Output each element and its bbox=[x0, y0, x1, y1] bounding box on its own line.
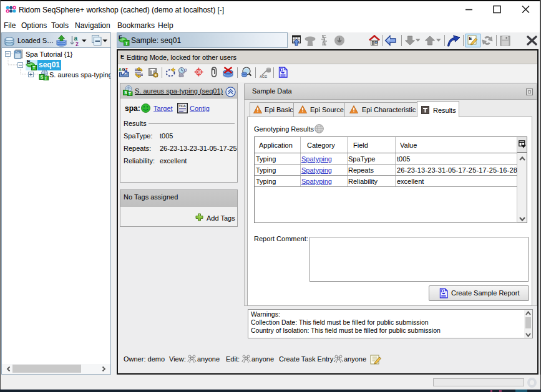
svg-text:S: S bbox=[41, 75, 44, 79]
svg-text:S: S bbox=[124, 90, 127, 95]
svg-text:T: T bbox=[129, 92, 131, 96]
svg-text:A: A bbox=[119, 67, 122, 72]
svg-text:TCA: TCA bbox=[179, 104, 186, 108]
svg-text:ACG: ACG bbox=[260, 75, 267, 79]
svg-text:Proj: Proj bbox=[16, 51, 19, 54]
svg-text:z: z bbox=[76, 41, 79, 47]
svg-text:T: T bbox=[45, 76, 47, 80]
svg-text:T: T bbox=[32, 65, 36, 70]
svg-text:E: E bbox=[469, 36, 472, 41]
svg-text:T: T bbox=[125, 41, 128, 46]
